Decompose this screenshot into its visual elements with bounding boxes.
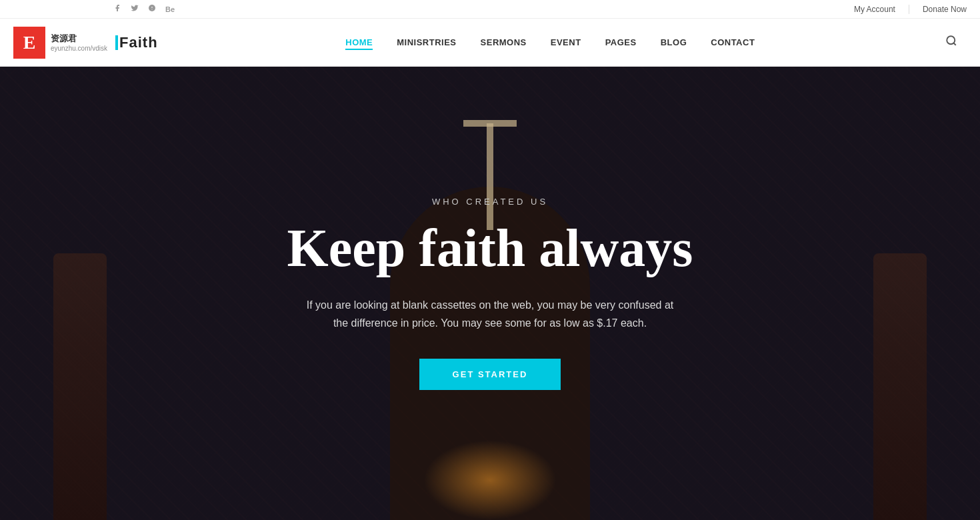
nav-blog[interactable]: BLOG	[661, 35, 687, 50]
hero-title: Keep faith always	[287, 220, 693, 276]
logo-url: eyunzhu.com/vdisk	[51, 45, 107, 52]
arch-column-left	[53, 253, 107, 520]
logo[interactable]: E 资源君 eyunzhu.com/vdisk Faith	[13, 27, 158, 59]
search-button[interactable]	[943, 32, 960, 53]
flowers-decoration	[423, 440, 557, 520]
nav-ministries[interactable]: MINISRTRIES	[397, 35, 456, 50]
top-bar: Be My Account Donate Now	[0, 0, 980, 19]
pinterest-icon[interactable]	[148, 4, 156, 14]
social-links: Be	[113, 4, 175, 14]
svg-point-2	[152, 9, 153, 10]
top-bar-right: My Account Donate Now	[854, 5, 967, 14]
facebook-icon[interactable]	[113, 4, 121, 14]
logo-text: 资源君 eyunzhu.com/vdisk	[51, 33, 107, 52]
nav-home[interactable]: HOME	[345, 35, 373, 50]
hero-section: WHO CREATED US Keep faith always If you …	[0, 67, 980, 520]
behance-icon[interactable]: Be	[165, 5, 175, 13]
hero-subtitle: WHO CREATED US	[287, 197, 693, 207]
nav-contact[interactable]: CONTACT	[711, 35, 755, 50]
logo-accent-bar	[115, 35, 118, 50]
svg-line-4	[953, 43, 955, 45]
hero-description: If you are looking at blank cassettes on…	[287, 296, 693, 332]
donate-now-link[interactable]: Donate Now	[909, 5, 967, 14]
site-header: E 资源君 eyunzhu.com/vdisk Faith HOME MINIS…	[0, 19, 980, 67]
my-account-link[interactable]: My Account	[854, 5, 909, 14]
get-started-button[interactable]: GET STARTED	[419, 359, 561, 390]
logo-icon-box: E	[13, 27, 45, 59]
logo-name: Faith	[119, 34, 158, 51]
main-nav: HOME MINISRTRIES SERMONS EVENT PAGES BLO…	[345, 35, 755, 50]
logo-name-container: Faith	[115, 34, 158, 51]
hero-content: WHO CREATED US Keep faith always If you …	[274, 197, 707, 390]
nav-pages[interactable]: PAGES	[605, 35, 637, 50]
twitter-icon[interactable]	[131, 4, 139, 14]
nav-sermons[interactable]: SERMONS	[481, 35, 527, 50]
nav-menu: HOME MINISRTRIES SERMONS EVENT PAGES BLO…	[345, 35, 755, 50]
svg-point-3	[947, 36, 955, 44]
logo-chinese: 资源君	[51, 33, 107, 45]
nav-event[interactable]: EVENT	[551, 35, 581, 50]
arch-column-right	[873, 253, 927, 520]
